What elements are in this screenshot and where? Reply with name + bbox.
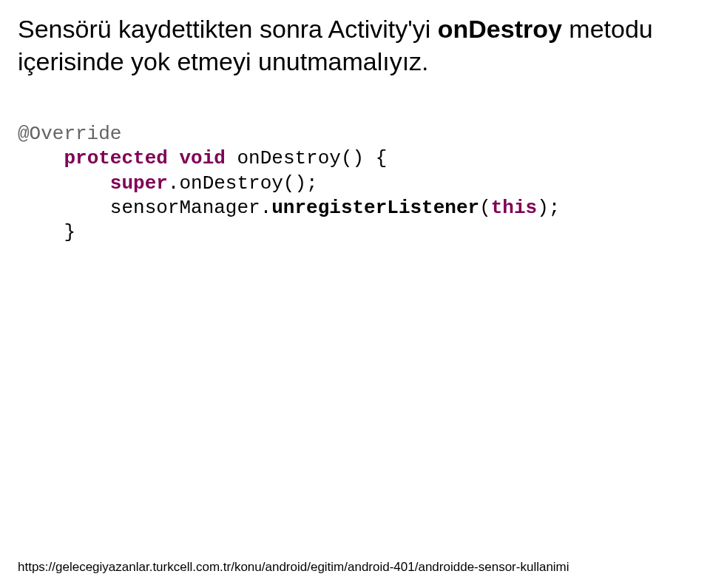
heading-bold: onDestroy bbox=[438, 15, 562, 43]
close-brace: } bbox=[64, 221, 75, 243]
super-call: .onDestroy(); bbox=[168, 172, 318, 195]
manager: sensorManager. bbox=[110, 197, 271, 219]
code-block: @Override protected void onDestroy() { s… bbox=[18, 122, 692, 245]
kw-protected: protected bbox=[64, 147, 167, 169]
kw-super: super bbox=[110, 172, 168, 195]
footer-link: https://gelecegiyazanlar.turkcell.com.tr… bbox=[18, 560, 569, 575]
heading-text: Sensörü kaydettikten sonra Activity'yi o… bbox=[18, 13, 692, 78]
unregister: unregisterListener bbox=[271, 197, 479, 219]
code-annotation: @Override bbox=[18, 123, 121, 145]
kw-void: void bbox=[179, 147, 225, 169]
fn-name: onDestroy() { bbox=[226, 147, 387, 169]
kw-this: this bbox=[491, 197, 537, 219]
heading-part1: Sensörü kaydettikten sonra Activity'yi bbox=[18, 15, 438, 43]
close-paren: ); bbox=[537, 197, 560, 219]
